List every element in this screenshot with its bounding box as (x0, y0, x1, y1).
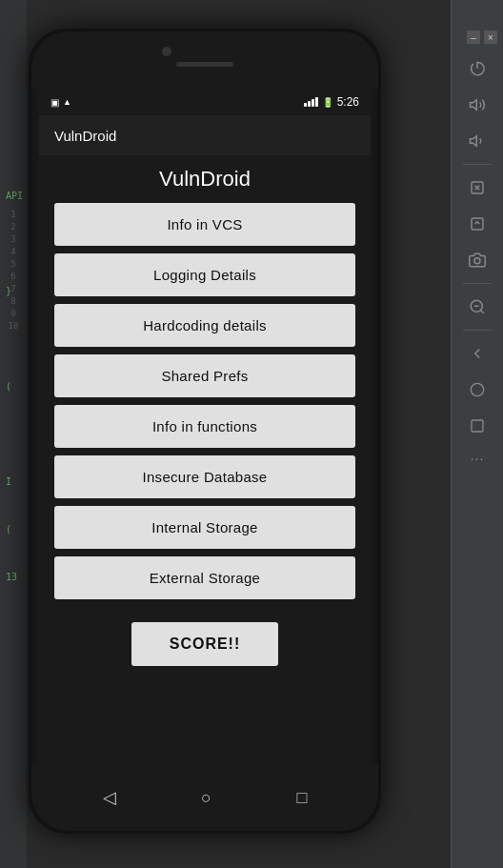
status-right-icons: 🔋 5:26 (304, 95, 359, 109)
phone-speaker (176, 62, 233, 67)
sim-icon: ▣ (50, 97, 59, 108)
code-i: I (6, 476, 11, 487)
line-numbers-panel: 1 2 3 4 5 6 7 8 9 10 (0, 0, 27, 868)
home-nav-button[interactable]: ○ (201, 788, 211, 808)
line-num: 1 (10, 210, 15, 219)
toolbar-top-buttons: – × (452, 27, 503, 48)
svg-marker-1 (471, 136, 477, 147)
bar3 (312, 99, 314, 107)
home-icon[interactable] (462, 374, 493, 405)
external-storage-button[interactable]: External Storage (54, 556, 355, 599)
internal-storage-button[interactable]: Internal Storage (54, 506, 355, 549)
status-time: 5:26 (337, 95, 359, 109)
phone-nav: ◁ ○ □ (31, 764, 378, 831)
signal-bars (304, 97, 318, 107)
score-button[interactable]: SCORE!! (131, 622, 279, 666)
zoom-icon[interactable] (462, 292, 493, 322)
code-brace: } (6, 286, 11, 296)
power-icon[interactable] (462, 53, 493, 84)
volume-down-icon[interactable] (462, 126, 493, 156)
svg-rect-3 (472, 218, 483, 230)
app-bar: VulnDroid (39, 115, 371, 155)
info-in-vcs-button[interactable]: Info in VCS (54, 203, 355, 246)
line-num: 6 (10, 272, 15, 281)
minimize-button[interactable]: – (467, 30, 480, 44)
code-paren2: ( (6, 524, 11, 535)
svg-rect-9 (472, 420, 483, 432)
line-num: 8 (10, 296, 15, 306)
rotate-icon[interactable] (462, 172, 493, 203)
line-num: 2 (10, 222, 15, 232)
screenshot-icon[interactable] (462, 245, 493, 275)
battery-icon: 🔋 (322, 97, 333, 108)
phone-camera (162, 47, 171, 56)
back-icon[interactable] (462, 338, 493, 369)
hardcoding-details-button[interactable]: Hardcoding details (54, 304, 355, 347)
more-options-icon[interactable]: ··· (471, 451, 485, 466)
phone-screen: ▣ ▲ 🔋 5:26 VulnDroid VulnDroid Info in V… (39, 89, 371, 764)
status-left-icons: ▣ ▲ (50, 97, 71, 108)
side-toolbar: – × (451, 0, 503, 868)
volume-up-icon[interactable] (462, 90, 493, 120)
svg-line-6 (480, 310, 483, 313)
code-api: API (6, 191, 23, 201)
line-num: 4 (10, 247, 15, 256)
info-in-functions-button[interactable]: Info in functions (54, 405, 355, 448)
insecure-database-button[interactable]: Insecure Database (54, 455, 355, 498)
app-title: VulnDroid (159, 167, 251, 192)
status-bar: ▣ ▲ 🔋 5:26 (39, 89, 371, 115)
rotate2-icon[interactable] (462, 209, 493, 239)
bar1 (304, 103, 307, 107)
wifi-icon: ▲ (63, 97, 71, 107)
code-num: 13 (6, 572, 17, 582)
bar2 (308, 101, 311, 107)
svg-point-4 (474, 258, 480, 264)
recents-icon[interactable] (462, 411, 493, 441)
svg-point-8 (471, 383, 483, 395)
main-content: VulnDroid Info in VCS Logging Details Ha… (39, 155, 371, 677)
divider2 (463, 283, 492, 284)
bar4 (315, 97, 318, 107)
line-num: 5 (10, 259, 15, 269)
shared-prefs-button[interactable]: Shared Prefs (54, 354, 355, 397)
line-num: 9 (10, 309, 15, 318)
line-num: 10 (9, 321, 19, 331)
line-num: 7 (10, 284, 15, 293)
close-button[interactable]: × (484, 30, 497, 44)
phone-top (31, 31, 378, 89)
phone-frame: ▣ ▲ 🔋 5:26 VulnDroid VulnDroid Info in V… (29, 29, 381, 834)
app-bar-title: VulnDroid (54, 128, 116, 144)
divider1 (463, 164, 492, 165)
line-num: 3 (10, 234, 15, 244)
back-nav-button[interactable]: ◁ (103, 787, 116, 808)
logging-details-button[interactable]: Logging Details (54, 253, 355, 296)
svg-marker-0 (471, 100, 477, 111)
code-paren1: ( (6, 381, 11, 392)
divider3 (463, 330, 492, 331)
recents-nav-button[interactable]: □ (296, 788, 307, 808)
